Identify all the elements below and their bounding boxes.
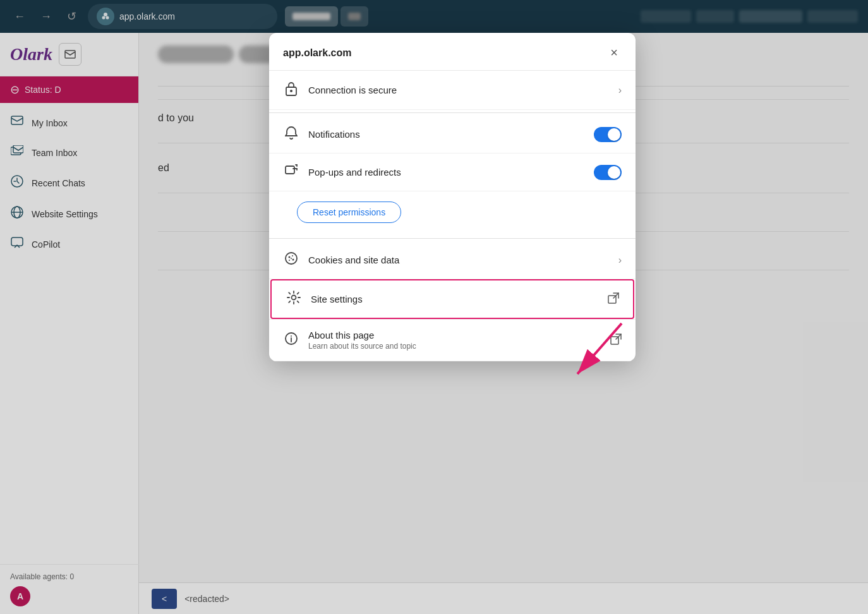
connection-row[interactable]: Connection is secure › [269, 71, 636, 110]
popup-header: app.olark.com × [269, 33, 636, 71]
popups-toggle[interactable] [594, 165, 622, 180]
svg-rect-19 [286, 166, 294, 174]
connection-row-left: Connection is secure [283, 81, 397, 99]
notifications-row-left: Notifications [283, 126, 360, 143]
cookies-icon [283, 251, 299, 268]
about-page-label: About this page [308, 330, 416, 340]
popup-icon [283, 164, 299, 181]
site-settings-row-left: Site settings [286, 291, 363, 308]
gear-icon [286, 291, 302, 308]
notifications-label: Notifications [308, 129, 360, 140]
svg-point-26 [292, 296, 296, 300]
svg-point-21 [289, 256, 291, 258]
divider-after-connection [269, 112, 636, 113]
reset-permissions-button[interactable]: Reset permissions [297, 202, 401, 223]
bell-icon [283, 126, 299, 143]
svg-point-23 [292, 259, 294, 261]
cookies-label: Cookies and site data [308, 255, 399, 265]
cookies-chevron: › [618, 255, 622, 266]
lock-icon [283, 81, 299, 99]
svg-point-29 [291, 335, 292, 337]
site-settings-ext-link-icon [608, 292, 619, 306]
about-page-ext-link-icon [610, 334, 622, 347]
connection-chevron: › [618, 85, 622, 96]
popups-row-left: Pop-ups and redirects [283, 164, 401, 181]
divider-before-cookies [269, 238, 636, 239]
svg-point-25 [291, 258, 292, 259]
popups-label: Pop-ups and redirects [308, 167, 401, 178]
cookies-row[interactable]: Cookies and site data › [269, 241, 636, 279]
reset-permissions-container: Reset permissions [269, 191, 636, 236]
site-settings-label: Site settings [311, 294, 363, 304]
svg-point-24 [289, 260, 290, 261]
popups-row[interactable]: Pop-ups and redirects [269, 154, 636, 191]
info-icon [283, 332, 299, 349]
about-page-row-left: About this page Learn about its source a… [283, 330, 416, 351]
connection-label: Connection is secure [308, 85, 397, 95]
cookies-row-left: Cookies and site data [283, 251, 399, 268]
popup-overlay[interactable]: app.olark.com × Connection is secure › [0, 0, 868, 614]
about-page-text-group: About this page Learn about its source a… [308, 330, 416, 351]
svg-point-18 [290, 90, 292, 92]
about-page-sublabel: Learn about its source and topic [308, 342, 416, 351]
about-page-row[interactable]: About this page Learn about its source a… [269, 319, 636, 361]
site-info-popup: app.olark.com × Connection is secure › [269, 33, 636, 361]
site-settings-row[interactable]: Site settings [270, 279, 634, 319]
notifications-toggle[interactable] [594, 127, 622, 142]
svg-point-22 [292, 255, 293, 256]
popup-title: app.olark.com [283, 47, 351, 59]
notifications-row[interactable]: Notifications [269, 116, 636, 154]
popup-close-button[interactable]: × [606, 44, 622, 61]
